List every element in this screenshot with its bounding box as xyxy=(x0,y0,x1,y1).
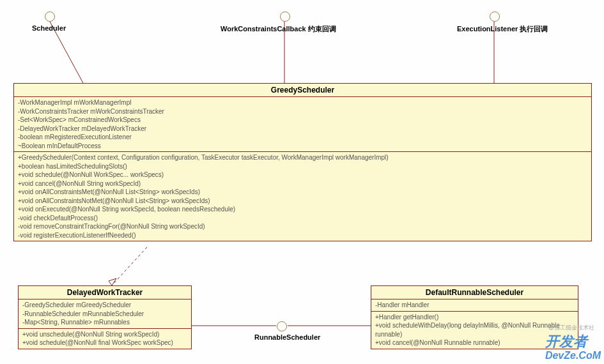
greedyscheduler-fields: -WorkManagerImpl mWorkManagerImpl-WorkCo… xyxy=(14,97,591,152)
executionlistener-interface-circle xyxy=(490,11,500,22)
runnablescheduler-interface-label: RunnableScheduler xyxy=(254,333,320,341)
scheduler-interface-label: Scheduler xyxy=(32,24,66,32)
svg-line-3 xyxy=(112,247,147,285)
delayedworktracker-title: DelayedWorkTracker xyxy=(19,286,191,300)
greedyscheduler-class: GreedyScheduler -WorkManagerImpl mWorkMa… xyxy=(13,83,592,241)
executionlistener-interface-label: ExecutionListener 执行回调 xyxy=(457,24,548,34)
defaultrunnablescheduler-title: DefaultRunnableScheduler xyxy=(371,286,578,300)
delayedworktracker-fields: -GreedyScheduler mGreedyScheduler-Runnab… xyxy=(19,300,191,329)
watermark-text-main: 开发者 xyxy=(545,333,587,349)
watermark-main: 开发者 DevZe.CoM xyxy=(545,335,601,361)
watermark-footer: @佛工掘金技术社 xyxy=(548,324,594,332)
workconstraints-interface-label: WorkConstraintsCallback 约束回调 xyxy=(221,24,336,34)
greedyscheduler-methods: +GreedyScheduler(Context context, Config… xyxy=(14,152,591,241)
workconstraints-interface-circle xyxy=(280,11,290,22)
delayedworktracker-methods: +void unschedule(@NonNull String workSpe… xyxy=(19,329,191,349)
delayedworktracker-class: DelayedWorkTracker -GreedyScheduler mGre… xyxy=(18,285,192,349)
watermark-text-sub: DevZe.CoM xyxy=(545,350,601,361)
greedyscheduler-title: GreedyScheduler xyxy=(14,84,591,97)
scheduler-interface-circle xyxy=(45,11,55,22)
runnablescheduler-interface-circle xyxy=(277,321,287,331)
svg-marker-4 xyxy=(109,278,116,285)
defaultrunnablescheduler-fields: -Handler mHandler xyxy=(371,300,578,312)
